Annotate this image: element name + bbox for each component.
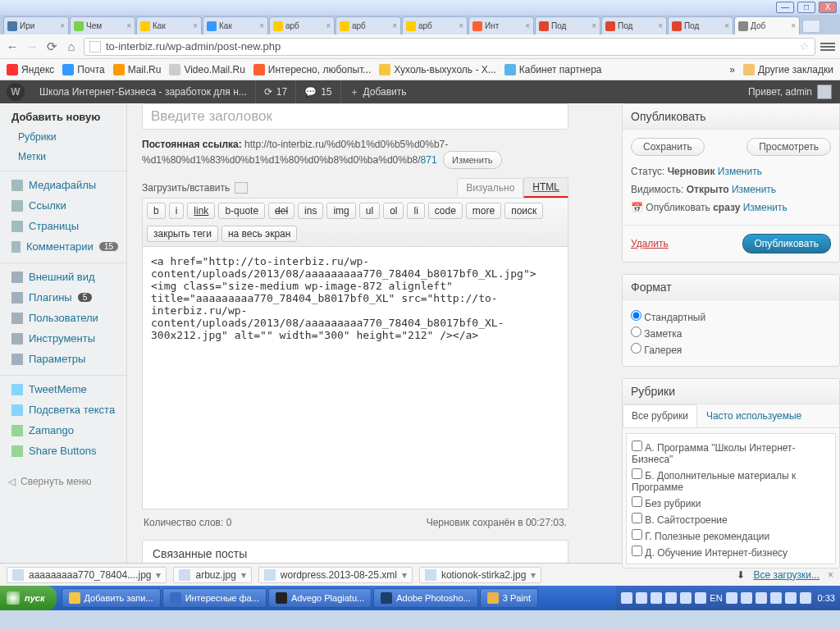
tray-icon[interactable] [636,592,647,604]
delete-post-link[interactable]: Удалить [631,238,669,249]
save-draft-button[interactable]: Сохранить [631,138,705,156]
sidebar-share-buttons[interactable]: Share Buttons [0,441,126,461]
upload-media-icon[interactable] [235,182,248,194]
category-item[interactable]: Б. Дополнительные материалы к Программе [632,467,830,495]
close-tab-icon[interactable]: × [126,21,131,30]
browser-tab[interactable]: Чем× [70,16,135,34]
sidebar-zamango[interactable]: Zamango [0,420,126,441]
close-tab-icon[interactable]: × [791,21,796,30]
close-tab-icon[interactable]: × [326,21,331,30]
tray-icon[interactable] [726,592,737,604]
browser-tab[interactable]: Инт× [468,16,534,34]
close-tab-icon[interactable]: × [459,21,463,30]
ed-btn-на-весь-экран[interactable]: на весь экран [221,226,297,242]
updates-link[interactable]: ⟳17 [255,80,295,103]
tray-icon[interactable] [621,592,632,604]
ed-btn-li[interactable]: li [407,203,424,219]
tab-popular-categories[interactable]: Часто используемые [697,404,810,427]
browser-tab[interactable]: Как× [136,16,202,34]
sidebar-plugins[interactable]: Плагины5 [0,287,126,308]
clock[interactable]: 0:33 [818,593,835,603]
browser-tab[interactable]: арб× [269,16,335,34]
minimize-button[interactable]: — [776,2,794,13]
bookmark-item[interactable]: Интересно, любопыт... [253,64,371,75]
format-option[interactable]: Стандартный [631,308,831,325]
edit-status-link[interactable]: Изменить [718,166,762,177]
category-item[interactable]: В. Сайтостроение [632,511,830,527]
browser-tab[interactable]: Под× [535,16,600,34]
sidebar-highlight[interactable]: Подсветка текста [0,399,126,420]
forward-button[interactable]: → [25,39,39,54]
comments-link[interactable]: 💬15 [295,80,340,103]
change-permalink-button[interactable]: Изменить [443,151,502,169]
wp-logo-icon[interactable]: W [7,83,25,101]
sidebar-users[interactable]: Пользователи [0,308,126,328]
browser-tab[interactable]: Под× [668,16,733,34]
tray-icon[interactable] [785,592,797,604]
tab-all-categories[interactable]: Все рубрики [623,404,697,427]
maximize-button[interactable]: □ [797,2,815,13]
download-menu-icon[interactable]: ▾ [241,569,246,581]
close-tab-icon[interactable]: × [724,21,729,30]
taskbar-app[interactable]: Интересные фа... [162,588,267,608]
browser-tab[interactable]: арб× [336,16,401,34]
sidebar-media[interactable]: Медиафайлы [0,175,126,195]
close-tab-icon[interactable]: × [525,21,530,30]
preview-button[interactable]: Просмотреть [746,138,831,156]
ed-btn-more[interactable]: more [466,203,501,219]
publish-button[interactable]: Опубликовать [742,234,831,253]
edit-visibility-link[interactable]: Изменить [732,184,776,195]
tray-icon[interactable] [695,592,706,604]
bookmark-item[interactable]: Кабинет партнера [504,64,602,75]
download-item[interactable]: kotionok-stirka2.jpg▾ [419,567,541,583]
home-button[interactable]: ⌂ [64,39,79,54]
category-list[interactable]: А. Программа "Школы Интернет-Бизнеса" Б.… [626,433,836,564]
start-button[interactable]: пуск [0,586,57,610]
taskbar-app[interactable]: 3 Paint [480,588,538,608]
tray-icon[interactable] [665,592,677,604]
close-tab-icon[interactable]: × [60,21,65,30]
taskbar-app[interactable]: Adobe Photosho... [373,588,478,608]
collapse-menu[interactable]: ◁Свернуть меню [0,471,126,492]
sidebar-links[interactable]: Ссылки [0,195,126,216]
sidebar-categories[interactable]: Рубрики [0,127,126,147]
back-button[interactable]: ← [5,39,20,54]
system-tray[interactable]: EN 0:33 [616,586,840,610]
ed-btn-i[interactable]: i [169,203,185,219]
download-menu-icon[interactable]: ▾ [156,569,161,581]
browser-tab[interactable]: Доб× [734,16,800,34]
sidebar-tweetmeme[interactable]: TweetMeme [0,379,126,399]
tray-icon[interactable] [756,592,767,604]
tray-icon[interactable] [770,592,782,604]
ed-btn-закрыть-теги[interactable]: закрыть теги [147,226,218,242]
download-item[interactable]: arbuz.jpg▾ [173,567,251,583]
sidebar-tags[interactable]: Метки [0,147,126,167]
language-indicator[interactable]: EN [710,593,722,603]
format-option[interactable]: Галерея [631,341,831,358]
tab-html[interactable]: HTML [523,177,568,198]
category-item[interactable]: Г. Полезные рекомендации [632,527,830,544]
post-title-input[interactable]: Введите заголовок [142,103,568,130]
ed-btn-поиск[interactable]: поиск [504,203,543,219]
download-item[interactable]: aaaaaaaaa770_78404....jpg▾ [7,567,167,583]
close-window-button[interactable]: X [819,2,837,13]
sidebar-add-new[interactable]: Добавить новую [0,107,126,127]
account-menu[interactable]: Привет, admin [740,84,840,99]
other-bookmarks[interactable]: Другие закладки [743,64,833,75]
ed-btn-del[interactable]: del [268,203,294,219]
close-tab-icon[interactable]: × [392,21,397,30]
new-tab-button[interactable] [802,20,820,33]
bookmark-item[interactable]: Почта [62,64,104,75]
category-item[interactable]: Без рубрики [632,495,830,511]
sidebar-settings[interactable]: Параметры [0,349,126,369]
tray-icon[interactable] [741,592,752,604]
ed-btn-b[interactable]: b [147,203,166,219]
bookmark-item[interactable]: Video.Mail.Ru [169,64,244,75]
tray-icon[interactable] [800,592,811,604]
post-content-textarea[interactable]: <a href="http://to-interbiz.ru/wp-conten… [142,247,568,509]
ed-btn-code[interactable]: code [428,203,463,219]
edit-schedule-link[interactable]: Изменить [743,202,788,213]
download-menu-icon[interactable]: ▾ [531,569,536,581]
close-tab-icon[interactable]: × [658,21,663,30]
category-item[interactable]: А. Программа "Школы Интернет-Бизнеса" [632,439,830,467]
